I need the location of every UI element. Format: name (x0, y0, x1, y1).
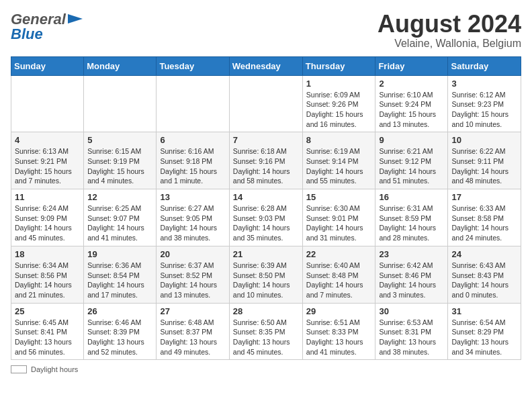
calendar-cell: 4Sunrise: 6:13 AMSunset: 9:21 PMDaylight… (11, 132, 84, 189)
day-number: 28 (233, 306, 299, 316)
day-info: Sunrise: 6:19 AMSunset: 9:14 PMDaylight:… (306, 146, 372, 186)
calendar-subtitle: Velaine, Wallonia, Belgium (378, 38, 521, 50)
day-info: Sunrise: 6:39 AMSunset: 8:50 PMDaylight:… (233, 261, 299, 300)
calendar-cell: 23Sunrise: 6:42 AMSunset: 8:46 PMDayligh… (375, 246, 448, 303)
calendar-header-monday: Monday (84, 56, 157, 75)
calendar-cell: 16Sunrise: 6:31 AMSunset: 8:59 PMDayligh… (375, 189, 448, 246)
day-info: Sunrise: 6:09 AMSunset: 9:26 PMDaylight:… (306, 90, 372, 130)
day-info: Sunrise: 6:37 AMSunset: 8:52 PMDaylight:… (160, 261, 225, 300)
calendar-cell: 29Sunrise: 6:51 AMSunset: 8:33 PMDayligh… (302, 303, 375, 360)
day-info: Sunrise: 6:25 AMSunset: 9:07 PMDaylight:… (87, 203, 152, 243)
day-info: Sunrise: 6:36 AMSunset: 8:54 PMDaylight:… (87, 261, 152, 300)
calendar-cell: 12Sunrise: 6:25 AMSunset: 9:07 PMDayligh… (84, 189, 157, 246)
day-info: Sunrise: 6:10 AMSunset: 9:24 PMDaylight:… (379, 90, 444, 130)
day-number: 9 (379, 135, 444, 145)
calendar-cell: 2Sunrise: 6:10 AMSunset: 9:24 PMDaylight… (375, 75, 448, 132)
day-info: Sunrise: 6:24 AMSunset: 9:09 PMDaylight:… (15, 203, 80, 243)
day-number: 31 (451, 306, 517, 316)
title-area: August 2024 Velaine, Wallonia, Belgium (378, 11, 521, 50)
day-info: Sunrise: 6:53 AMSunset: 8:31 PMDaylight:… (379, 318, 444, 357)
calendar-week-row: 25Sunrise: 6:45 AMSunset: 8:41 PMDayligh… (11, 303, 521, 360)
day-number: 2 (379, 79, 444, 89)
calendar-header-thursday: Thursday (302, 56, 375, 75)
calendar-cell: 8Sunrise: 6:19 AMSunset: 9:14 PMDaylight… (302, 132, 375, 189)
day-info: Sunrise: 6:40 AMSunset: 8:48 PMDaylight:… (306, 261, 372, 300)
day-number: 20 (160, 249, 225, 259)
calendar-header-sunday: Sunday (11, 56, 84, 75)
calendar-cell: 19Sunrise: 6:36 AMSunset: 8:54 PMDayligh… (84, 246, 157, 303)
calendar-header-tuesday: Tuesday (157, 56, 229, 75)
day-info: Sunrise: 6:31 AMSunset: 8:59 PMDaylight:… (379, 203, 444, 243)
day-info: Sunrise: 6:15 AMSunset: 9:19 PMDaylight:… (87, 146, 152, 186)
day-number: 26 (87, 306, 152, 316)
calendar-header-saturday: Saturday (448, 56, 521, 75)
day-number: 1 (306, 79, 372, 89)
day-number: 15 (306, 192, 372, 202)
calendar-cell: 22Sunrise: 6:40 AMSunset: 8:48 PMDayligh… (302, 246, 375, 303)
calendar-week-row: 18Sunrise: 6:34 AMSunset: 8:56 PMDayligh… (11, 246, 521, 303)
calendar-cell: 24Sunrise: 6:43 AMSunset: 8:43 PMDayligh… (448, 246, 521, 303)
day-info: Sunrise: 6:45 AMSunset: 8:41 PMDaylight:… (15, 318, 80, 357)
calendar-cell (229, 75, 302, 132)
day-info: Sunrise: 6:28 AMSunset: 9:03 PMDaylight:… (233, 203, 299, 243)
day-info: Sunrise: 6:18 AMSunset: 9:16 PMDaylight:… (233, 146, 299, 186)
day-info: Sunrise: 6:51 AMSunset: 8:33 PMDaylight:… (306, 318, 372, 357)
logo-arrow-icon (68, 11, 83, 26)
day-number: 23 (379, 249, 444, 259)
day-info: Sunrise: 6:22 AMSunset: 9:11 PMDaylight:… (451, 146, 517, 186)
day-number: 25 (15, 306, 80, 316)
day-number: 8 (306, 135, 372, 145)
logo: General Blue (11, 11, 83, 43)
calendar-cell: 1Sunrise: 6:09 AMSunset: 9:26 PMDaylight… (302, 75, 375, 132)
day-number: 19 (87, 249, 152, 259)
day-info: Sunrise: 6:48 AMSunset: 8:37 PMDaylight:… (160, 318, 225, 357)
calendar-cell: 17Sunrise: 6:33 AMSunset: 8:58 PMDayligh… (448, 189, 521, 246)
day-number: 4 (15, 135, 80, 145)
day-info: Sunrise: 6:13 AMSunset: 9:21 PMDaylight:… (15, 146, 80, 186)
calendar-week-row: 4Sunrise: 6:13 AMSunset: 9:21 PMDaylight… (11, 132, 521, 189)
calendar-cell: 11Sunrise: 6:24 AMSunset: 9:09 PMDayligh… (11, 189, 84, 246)
day-number: 5 (87, 135, 152, 145)
day-info: Sunrise: 6:54 AMSunset: 8:29 PMDaylight:… (451, 318, 517, 357)
calendar-cell: 21Sunrise: 6:39 AMSunset: 8:50 PMDayligh… (229, 246, 302, 303)
day-number: 13 (160, 192, 225, 202)
calendar-week-row: 11Sunrise: 6:24 AMSunset: 9:09 PMDayligh… (11, 189, 521, 246)
day-number: 10 (451, 135, 517, 145)
calendar-cell: 18Sunrise: 6:34 AMSunset: 8:56 PMDayligh… (11, 246, 84, 303)
daylight-legend-box (11, 365, 27, 373)
svg-marker-0 (68, 14, 83, 24)
day-number: 16 (379, 192, 444, 202)
calendar-cell: 14Sunrise: 6:28 AMSunset: 9:03 PMDayligh… (229, 189, 302, 246)
calendar-cell: 28Sunrise: 6:50 AMSunset: 8:35 PMDayligh… (229, 303, 302, 360)
day-info: Sunrise: 6:12 AMSunset: 9:23 PMDaylight:… (451, 90, 517, 130)
calendar-header-row: SundayMondayTuesdayWednesdayThursdayFrid… (11, 56, 521, 75)
calendar-cell (11, 75, 84, 132)
calendar-week-row: 1Sunrise: 6:09 AMSunset: 9:26 PMDaylight… (11, 75, 521, 132)
day-info: Sunrise: 6:46 AMSunset: 8:39 PMDaylight:… (87, 318, 152, 357)
calendar-header-wednesday: Wednesday (229, 56, 302, 75)
calendar-cell: 27Sunrise: 6:48 AMSunset: 8:37 PMDayligh… (157, 303, 229, 360)
calendar-cell: 5Sunrise: 6:15 AMSunset: 9:19 PMDaylight… (84, 132, 157, 189)
day-info: Sunrise: 6:33 AMSunset: 8:58 PMDaylight:… (451, 203, 517, 243)
calendar-header-friday: Friday (375, 56, 448, 75)
day-info: Sunrise: 6:34 AMSunset: 8:56 PMDaylight:… (15, 261, 80, 300)
day-number: 21 (233, 249, 299, 259)
calendar-footer: Daylight hours (11, 365, 521, 373)
day-number: 29 (306, 306, 372, 316)
calendar-cell: 15Sunrise: 6:30 AMSunset: 9:01 PMDayligh… (302, 189, 375, 246)
day-info: Sunrise: 6:21 AMSunset: 9:12 PMDaylight:… (379, 146, 444, 186)
calendar-cell (84, 75, 157, 132)
day-number: 18 (15, 249, 80, 259)
day-info: Sunrise: 6:43 AMSunset: 8:43 PMDaylight:… (451, 261, 517, 300)
day-number: 30 (379, 306, 444, 316)
day-info: Sunrise: 6:50 AMSunset: 8:35 PMDaylight:… (233, 318, 299, 357)
calendar-title: August 2024 (378, 11, 521, 38)
calendar-cell: 20Sunrise: 6:37 AMSunset: 8:52 PMDayligh… (157, 246, 229, 303)
day-number: 12 (87, 192, 152, 202)
day-number: 11 (15, 192, 80, 202)
day-number: 22 (306, 249, 372, 259)
calendar-cell: 6Sunrise: 6:16 AMSunset: 9:18 PMDaylight… (157, 132, 229, 189)
day-info: Sunrise: 6:42 AMSunset: 8:46 PMDaylight:… (379, 261, 444, 300)
calendar-cell: 9Sunrise: 6:21 AMSunset: 9:12 PMDaylight… (375, 132, 448, 189)
day-info: Sunrise: 6:16 AMSunset: 9:18 PMDaylight:… (160, 146, 225, 186)
